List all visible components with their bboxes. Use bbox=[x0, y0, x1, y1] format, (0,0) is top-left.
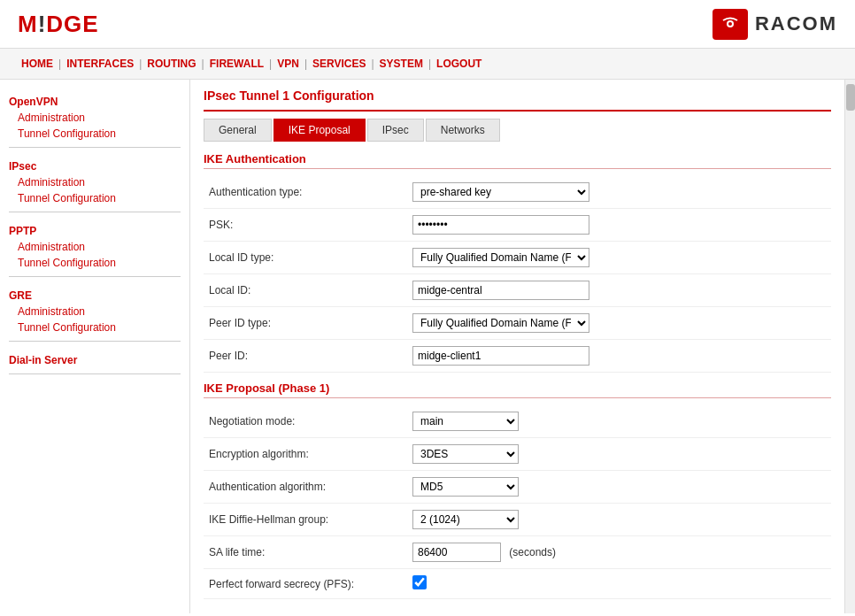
auth-type-label: Authentication type: bbox=[204, 176, 407, 209]
psk-label: PSK: bbox=[204, 209, 407, 242]
tab-ipsec[interactable]: IPsec bbox=[367, 119, 424, 142]
sidebar-item-ipsec-tunnel[interactable]: Tunnel Configuration bbox=[0, 190, 189, 206]
enc-algo-label: Encryption algorithm: bbox=[204, 438, 407, 471]
sidebar-item-pptp-admin[interactable]: Administration bbox=[0, 239, 189, 255]
sidebar-item-pptp-tunnel[interactable]: Tunnel Configuration bbox=[0, 255, 189, 271]
sidebar-item-ipsec-admin[interactable]: Administration bbox=[0, 174, 189, 190]
racom-icon bbox=[712, 9, 748, 40]
dh-group-select[interactable]: 2 (1024) 5 (1536) 14 (2048) bbox=[412, 510, 519, 529]
scrollbar-track[interactable] bbox=[844, 80, 855, 613]
psk-row: PSK: bbox=[204, 209, 831, 242]
neg-mode-select[interactable]: main aggressive bbox=[412, 412, 519, 431]
nav-logout[interactable]: LOGOUT bbox=[433, 56, 485, 72]
peer-id-label: Peer ID: bbox=[204, 340, 407, 373]
main-layout: OpenVPN Administration Tunnel Configurat… bbox=[0, 80, 855, 613]
sidebar-divider-5 bbox=[9, 373, 181, 374]
peer-id-row: Peer ID: bbox=[204, 340, 831, 373]
local-id-row: Local ID: bbox=[204, 274, 831, 307]
sidebar-section-pptp[interactable]: PPTP bbox=[0, 218, 189, 239]
peer-id-input[interactable] bbox=[412, 346, 589, 366]
nav-sep-6: | bbox=[371, 58, 374, 70]
sidebar-divider-2 bbox=[9, 212, 181, 212]
nav-routing[interactable]: ROUTING bbox=[143, 56, 199, 72]
ike-auth-title: IKE Authentication bbox=[204, 152, 831, 169]
nav-vpn[interactable]: VPN bbox=[273, 56, 303, 72]
nav-bar: HOME | INTERFACES | ROUTING | FIREWALL |… bbox=[0, 49, 855, 80]
title-separator bbox=[204, 110, 831, 112]
scrollbar-thumb[interactable] bbox=[846, 84, 855, 111]
sa-lifetime-row: SA life time: (seconds) bbox=[204, 536, 831, 569]
sidebar-item-gre-tunnel[interactable]: Tunnel Configuration bbox=[0, 320, 189, 335]
enc-algo-select[interactable]: 3DES AES-128 AES-256 bbox=[412, 444, 519, 464]
enc-algo-row: Encryption algorithm: 3DES AES-128 AES-2… bbox=[204, 438, 831, 471]
sidebar-section-ipsec[interactable]: IPsec bbox=[0, 153, 189, 174]
nav-system[interactable]: SYSTEM bbox=[376, 56, 427, 72]
nav-sep-7: | bbox=[428, 58, 431, 70]
nav-sep-4: | bbox=[269, 58, 272, 70]
sidebar-section-dialin[interactable]: Dial-in Server bbox=[0, 347, 189, 368]
nav-firewall[interactable]: FIREWALL bbox=[206, 56, 267, 72]
auth-type-select[interactable]: pre-shared key certificate bbox=[412, 182, 589, 202]
sidebar-section-openvpn[interactable]: OpenVPN bbox=[0, 89, 189, 110]
tab-general[interactable]: General bbox=[204, 119, 272, 142]
midge-logo: M!DGE bbox=[18, 11, 99, 38]
svg-point-2 bbox=[728, 22, 732, 26]
sidebar-item-openvpn-admin[interactable]: Administration bbox=[0, 110, 189, 126]
racom-brand: RACOM bbox=[712, 9, 837, 40]
seconds-label: (seconds) bbox=[509, 546, 556, 558]
pfs-label: Perfect forward secrecy (PFS): bbox=[204, 569, 407, 599]
local-id-type-row: Local ID type: Fully Qualified Domain Na… bbox=[204, 242, 831, 274]
local-id-type-select[interactable]: Fully Qualified Domain Name (FQDN) IP ad… bbox=[412, 248, 589, 267]
tab-ike-proposal[interactable]: IKE Proposal bbox=[273, 119, 366, 142]
local-id-label: Local ID: bbox=[204, 274, 407, 307]
nav-interfaces[interactable]: INTERFACES bbox=[63, 56, 137, 72]
tab-networks[interactable]: Networks bbox=[426, 119, 500, 142]
nav-sep-3: | bbox=[202, 58, 204, 70]
dh-group-label: IKE Diffie-Hellman group: bbox=[204, 504, 407, 536]
auth-algo-row: Authentication algorithm: MD5 SHA1 SHA25… bbox=[204, 471, 831, 504]
sidebar-item-openvpn-tunnel[interactable]: Tunnel Configuration bbox=[0, 126, 189, 142]
ike-proposal-title: IKE Proposal (Phase 1) bbox=[204, 381, 831, 398]
peer-id-type-label: Peer ID type: bbox=[204, 307, 407, 340]
pfs-checkbox[interactable] bbox=[412, 575, 427, 589]
page-title: IPsec Tunnel 1 Configuration bbox=[204, 89, 831, 103]
peer-id-type-row: Peer ID type: Fully Qualified Domain Nam… bbox=[204, 307, 831, 340]
racom-text: RACOM bbox=[755, 12, 837, 35]
auth-algo-select[interactable]: MD5 SHA1 SHA256 bbox=[412, 477, 519, 497]
local-id-input[interactable] bbox=[412, 281, 589, 300]
sa-lifetime-input[interactable] bbox=[412, 543, 501, 562]
sidebar-item-gre-admin[interactable]: Administration bbox=[0, 304, 189, 320]
auth-algo-label: Authentication algorithm: bbox=[204, 471, 407, 504]
nav-sep-1: | bbox=[58, 58, 61, 70]
header: M!DGE RACOM bbox=[0, 0, 855, 49]
psk-input[interactable] bbox=[412, 215, 589, 235]
nav-services[interactable]: SERVICES bbox=[309, 56, 369, 72]
neg-mode-row: Negotiation mode: main aggressive bbox=[204, 405, 831, 438]
dh-group-row: IKE Diffie-Hellman group: 2 (1024) 5 (15… bbox=[204, 504, 831, 536]
tab-bar: General IKE Proposal IPsec Networks bbox=[204, 119, 831, 142]
pfs-row: Perfect forward secrecy (PFS): bbox=[204, 569, 831, 599]
sidebar-divider-3 bbox=[9, 276, 181, 277]
sidebar-section-gre[interactable]: GRE bbox=[0, 282, 189, 304]
content-area: IPsec Tunnel 1 Configuration General IKE… bbox=[190, 80, 844, 613]
sidebar: OpenVPN Administration Tunnel Configurat… bbox=[0, 80, 190, 613]
sa-lifetime-label: SA life time: bbox=[204, 536, 407, 569]
sidebar-divider-4 bbox=[9, 341, 181, 342]
neg-mode-label: Negotiation mode: bbox=[204, 405, 407, 438]
peer-id-type-select[interactable]: Fully Qualified Domain Name (FQDN) IP ad… bbox=[412, 313, 589, 333]
local-id-type-label: Local ID type: bbox=[204, 242, 407, 274]
auth-type-row: Authentication type: pre-shared key cert… bbox=[204, 176, 831, 209]
ike-auth-table: Authentication type: pre-shared key cert… bbox=[204, 176, 831, 373]
nav-home[interactable]: HOME bbox=[18, 56, 57, 72]
nav-sep-5: | bbox=[304, 58, 307, 70]
nav-sep-2: | bbox=[139, 58, 142, 70]
sidebar-divider-1 bbox=[9, 147, 181, 148]
ike-proposal-table: Negotiation mode: main aggressive Encryp… bbox=[204, 405, 831, 599]
